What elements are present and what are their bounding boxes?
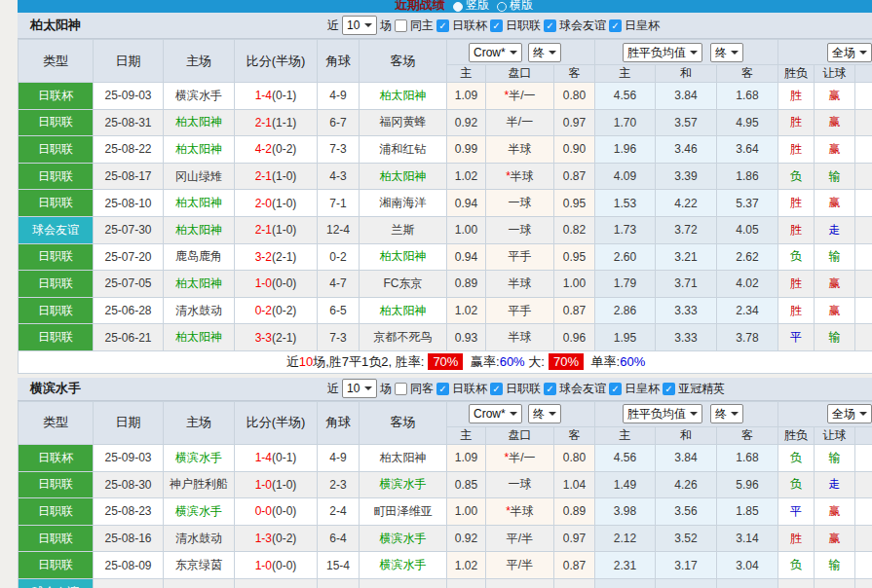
asia-away-odds: 0.82 xyxy=(554,216,595,243)
goals-cell xyxy=(855,324,872,351)
match-row: 日联杯25-09-03横滨水手1-4(0-1)4-9柏太阳神1.09*半/一0.… xyxy=(19,444,872,471)
league-cell: 日职联 xyxy=(19,324,94,351)
league-label-acl[interactable]: 亚冠精英 xyxy=(678,381,725,397)
scope-select-2[interactable]: 全场 xyxy=(827,404,872,423)
goals-cell xyxy=(855,525,872,552)
team2-filter-controls: 近 10 场 同客 ✓ 日联杯 ✓ 日职联 ✓ 球会友谊 ✓ 日皇杯 ✓ 亚冠精… xyxy=(327,378,728,400)
euro-draw-odds: 3.84 xyxy=(656,83,717,110)
asia-handicap-line: 半球 xyxy=(486,136,554,164)
asia-odds-group: Crow* 终 xyxy=(447,40,595,65)
league-label-friendly[interactable]: 球会友谊 xyxy=(559,18,606,34)
score-cell: 2-1(1-0) xyxy=(235,163,318,190)
matches-label: 场 xyxy=(380,381,392,397)
euro-home-odds: 1.49 xyxy=(595,471,656,498)
euro-draw-odds xyxy=(656,578,717,588)
col-header-away: 客场 xyxy=(360,40,447,83)
goals-cell xyxy=(855,271,872,298)
league-checkbox-j1-2[interactable]: ✓ xyxy=(490,383,503,395)
scope-select[interactable]: 全场 xyxy=(827,43,872,62)
euro-draw-odds: 4.22 xyxy=(656,190,717,217)
league-label-jleague-cup[interactable]: 日联杯 xyxy=(452,18,487,34)
recent-count-select-2[interactable]: 10 xyxy=(342,379,377,398)
euro-draw-odds: 3.33 xyxy=(656,324,717,351)
asia-away-odds: 1.00 xyxy=(554,271,595,298)
euro-draw-odds: 3.71 xyxy=(656,271,717,298)
result-handicap: 赢 xyxy=(815,498,855,526)
league-checkbox-jleague-cup-2[interactable]: ✓ xyxy=(436,383,449,395)
layout-vertical-radio[interactable] xyxy=(453,2,463,12)
result-wdl: 胜 xyxy=(778,136,815,164)
league-label-friendly-2[interactable]: 球会友谊 xyxy=(559,381,606,397)
result-handicap: 输 xyxy=(815,444,855,471)
league-cell: 日职联 xyxy=(19,136,94,164)
league-label-jleague-cup-2[interactable]: 日联杯 xyxy=(452,381,487,397)
league-cell: 日职联 xyxy=(19,552,94,579)
summary-big-pct-badge: 70% xyxy=(549,353,584,370)
sub-header-asia-away: 客 xyxy=(554,65,595,83)
euro-away-odds: 1.68 xyxy=(717,444,778,471)
asia-home-odds xyxy=(447,578,486,588)
goals-cell xyxy=(855,471,872,498)
league-checkbox-emperor-cup-2[interactable]: ✓ xyxy=(609,383,622,395)
col-header-score: 比分(半场) xyxy=(235,40,318,83)
result-handicap: 赢 xyxy=(815,190,855,217)
date-cell: 25-07-20 xyxy=(94,243,164,271)
euro-final-select-wrap: 终 xyxy=(710,404,743,423)
same-home-label[interactable]: 同主 xyxy=(410,18,434,34)
away-team xyxy=(360,578,447,588)
layout-vertical-label[interactable]: 竖版 xyxy=(466,0,489,13)
layout-horizontal-radio[interactable] xyxy=(497,2,507,12)
asia-away-odds: 0.87 xyxy=(554,297,595,324)
sub-header-handicap: 盘口 xyxy=(486,426,554,444)
asia-final-select[interactable]: 终 xyxy=(528,43,561,62)
result-wdl: 胜 xyxy=(778,83,815,110)
league-label-emperor-cup-2[interactable]: 日皇杯 xyxy=(625,381,660,397)
goals-cell xyxy=(855,552,872,579)
euro-odds-select[interactable]: 胜平负均值 xyxy=(623,43,702,62)
sub-header-wdl: 胜负 xyxy=(778,426,815,444)
corners-cell: 0-2 xyxy=(318,243,360,271)
bookmaker-select-2[interactable]: Crow* xyxy=(469,404,522,423)
league-label-emperor-cup[interactable]: 日皇杯 xyxy=(625,18,660,34)
asia-final-select-wrap: 终 xyxy=(528,404,561,423)
euro-away-odds: 1.86 xyxy=(717,163,778,190)
league-label-j1[interactable]: 日职联 xyxy=(506,18,541,34)
goals-cell xyxy=(855,243,872,271)
league-checkbox-friendly-2[interactable]: ✓ xyxy=(544,383,556,395)
same-away-label[interactable]: 同客 xyxy=(410,381,434,397)
euro-home-odds: 4.09 xyxy=(595,163,656,190)
home-team: 柏太阳神 xyxy=(164,324,235,351)
asia-away-odds: 0.80 xyxy=(554,444,595,471)
league-cell: 日联杯 xyxy=(19,83,94,110)
layout-horizontal-label[interactable]: 横版 xyxy=(510,0,533,13)
summary-big-label: 大: xyxy=(528,354,545,369)
league-cell: 日职联 xyxy=(19,271,94,298)
asia-final-select-2[interactable]: 终 xyxy=(528,404,561,423)
corners-cell: 7-3 xyxy=(318,136,360,164)
league-checkbox-acl[interactable]: ✓ xyxy=(663,383,675,395)
same-home-checkbox[interactable] xyxy=(395,19,407,32)
asia-home-odds: 1.02 xyxy=(447,163,486,190)
sub-header-euro-away: 客 xyxy=(717,426,778,444)
euro-final-select[interactable]: 终 xyxy=(710,43,743,62)
score-cell: 3-2(2-1) xyxy=(235,243,318,271)
bookmaker-select-wrap: Crow* xyxy=(469,43,522,62)
euro-draw-odds: 3.84 xyxy=(656,444,717,471)
same-away-checkbox[interactable] xyxy=(395,383,407,395)
league-checkbox-j1[interactable]: ✓ xyxy=(490,19,503,32)
recent-count-select[interactable]: 10 xyxy=(342,16,377,35)
euro-away-odds: 5.96 xyxy=(717,471,778,498)
away-team: 浦和红钻 xyxy=(360,136,447,164)
league-checkbox-emperor-cup[interactable]: ✓ xyxy=(609,19,622,32)
score-cell xyxy=(235,578,318,588)
asia-away-odds xyxy=(554,578,595,588)
euro-odds-select-2[interactable]: 胜平负均值 xyxy=(623,404,702,423)
euro-away-odds: 3.78 xyxy=(717,324,778,351)
league-label-j1-2[interactable]: 日职联 xyxy=(506,381,541,397)
euro-final-select-2[interactable]: 终 xyxy=(710,404,743,423)
bookmaker-select-wrap: Crow* xyxy=(469,404,522,423)
result-wdl: 负 xyxy=(778,471,815,498)
league-checkbox-friendly[interactable]: ✓ xyxy=(544,19,556,32)
league-checkbox-jleague-cup[interactable]: ✓ xyxy=(436,19,449,32)
bookmaker-select[interactable]: Crow* xyxy=(469,43,522,62)
